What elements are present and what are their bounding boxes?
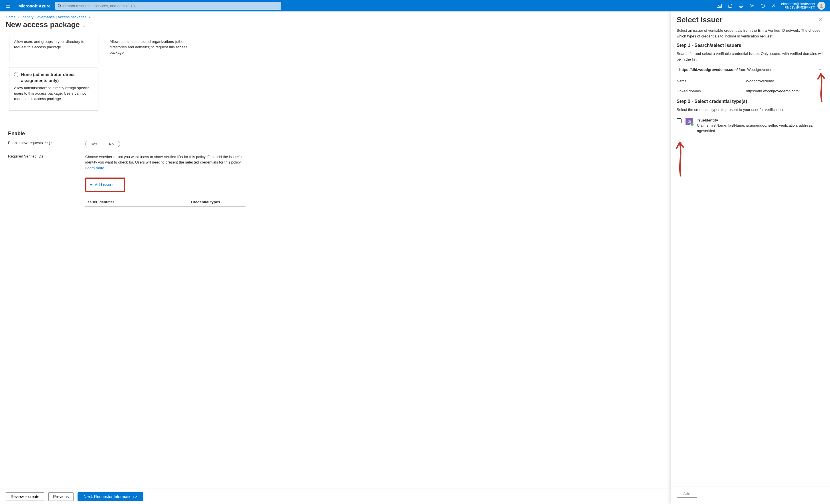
required-verified-ids-description: Choose whether or not you want users to … bbox=[85, 154, 246, 171]
credential-title: TrueIdentity bbox=[697, 118, 824, 123]
add-issuer-label: Add issuer bbox=[95, 182, 114, 187]
hamburger-icon bbox=[6, 4, 10, 8]
previous-button[interactable]: Previous bbox=[49, 492, 73, 501]
feedback-icon[interactable] bbox=[768, 0, 779, 11]
account-menu[interactable]: elmadmin@fimdev.net FIMDEV (FIMDEV.NET) bbox=[779, 2, 828, 10]
linked-domain-value: https://did.woodgrovedemo.com/ bbox=[746, 89, 824, 93]
col-credential-types: Credential types bbox=[191, 200, 246, 204]
step2-desc: Select the credential types to present t… bbox=[677, 107, 824, 113]
info-icon[interactable]: i bbox=[47, 141, 52, 145]
search-icon bbox=[58, 4, 62, 8]
option-card-connected-orgs[interactable]: Allow users in connected organizations (… bbox=[105, 35, 194, 62]
credential-icon bbox=[685, 118, 693, 125]
svg-point-5 bbox=[821, 4, 823, 6]
issuer-dropdown[interactable]: https://did.woodgrovedemo.com/ from Wood… bbox=[677, 66, 824, 73]
issuer-name-value: Woodgrovedemo bbox=[746, 79, 824, 83]
chevron-right-icon: › bbox=[89, 15, 90, 19]
toggle-yes[interactable]: Yes bbox=[86, 141, 103, 147]
search-input[interactable] bbox=[63, 4, 279, 8]
svg-point-4 bbox=[773, 4, 774, 6]
topbar-icons bbox=[714, 0, 779, 11]
close-icon[interactable] bbox=[817, 15, 824, 23]
svg-rect-1 bbox=[717, 4, 722, 8]
account-email: elmadmin@fimdev.net bbox=[781, 2, 815, 6]
learn-more-link[interactable]: Learn more bbox=[85, 166, 104, 170]
option-card-directory-users[interactable]: Allow users and groups in your directory… bbox=[9, 35, 98, 62]
option-card-none-admin[interactable]: None (administrator direct assignments o… bbox=[9, 67, 98, 111]
more-actions-icon[interactable]: ··· bbox=[83, 22, 87, 28]
svg-point-0 bbox=[58, 4, 61, 7]
dropdown-rest: from Woodgrovedemo bbox=[738, 67, 775, 72]
directories-icon[interactable] bbox=[725, 0, 735, 11]
plus-icon: + bbox=[90, 182, 92, 187]
brand-label[interactable]: Microsoft Azure bbox=[14, 3, 55, 8]
flyout-title: Select issuer bbox=[677, 15, 723, 24]
add-issuer-button[interactable]: + Add issuer bbox=[87, 179, 124, 191]
account-tenant: FIMDEV (FIMDEV.NET) bbox=[781, 6, 815, 9]
required-verified-ids-label: Required Verified IDs bbox=[8, 154, 77, 158]
step2-heading: Step 2 - Select credential type(s) bbox=[677, 99, 824, 104]
required-star: * bbox=[44, 141, 46, 145]
azure-topbar: Microsoft Azure elmadmin@fimdev.net FIM bbox=[0, 0, 830, 11]
chevron-down-icon bbox=[818, 69, 822, 71]
flyout-add-button[interactable]: Add bbox=[677, 490, 697, 498]
toggle-no[interactable]: No bbox=[103, 141, 120, 147]
select-issuer-flyout: Select issuer Select an issuer of verifi… bbox=[671, 11, 830, 504]
option-card-body: Allow users in connected organizations (… bbox=[109, 39, 187, 55]
settings-icon[interactable] bbox=[747, 0, 757, 11]
svg-point-7 bbox=[688, 121, 689, 122]
chevron-right-icon: › bbox=[18, 15, 19, 19]
enable-new-requests-label: Enable new requests * i bbox=[8, 141, 77, 145]
radio-icon[interactable] bbox=[14, 72, 18, 77]
global-search[interactable] bbox=[55, 2, 281, 10]
col-issuer-identifier: Issuer identifier bbox=[85, 200, 191, 204]
annotation-arrow bbox=[673, 140, 687, 177]
linked-domain-label: Linked domain bbox=[677, 89, 746, 93]
account-text: elmadmin@fimdev.net FIMDEV (FIMDEV.NET) bbox=[781, 2, 815, 9]
avatar bbox=[818, 2, 825, 10]
notifications-icon[interactable] bbox=[736, 0, 746, 11]
svg-rect-6 bbox=[688, 120, 691, 123]
step1-desc: Search for and select a verifiable crede… bbox=[677, 51, 824, 62]
svg-point-2 bbox=[751, 5, 753, 7]
review-create-button[interactable]: Review + create bbox=[6, 492, 44, 501]
person-icon bbox=[819, 3, 824, 8]
enable-toggle[interactable]: Yes No bbox=[85, 141, 120, 147]
flyout-intro: Select an issuer of verifiable credentia… bbox=[677, 28, 824, 39]
step1-heading: Step 1 - Search/select issuers bbox=[677, 43, 824, 48]
help-icon[interactable] bbox=[758, 0, 768, 11]
annotation-arrow bbox=[815, 71, 829, 103]
next-button[interactable]: Next: Requestor Information > bbox=[77, 492, 143, 501]
issuer-name-label: Name bbox=[677, 79, 746, 83]
page-title: New access package bbox=[6, 20, 80, 29]
option-card-title: None (administrator direct assignments o… bbox=[21, 71, 94, 84]
credential-checkbox[interactable] bbox=[677, 119, 681, 123]
annotation-highlight: + Add issuer bbox=[85, 177, 125, 192]
search-wrap bbox=[55, 2, 281, 10]
credential-claims: Claims: firstName, lastName, scanneddoc,… bbox=[697, 123, 824, 134]
cloud-shell-icon[interactable] bbox=[714, 0, 725, 11]
menu-toggle[interactable] bbox=[2, 4, 14, 8]
option-card-body: Allow administrators to directly assign … bbox=[14, 86, 90, 101]
option-card-body: Allow users and groups in your directory… bbox=[14, 39, 85, 49]
issuer-table: Issuer identifier Credential types bbox=[85, 200, 246, 207]
dropdown-bold: https://did.woodgrovedemo.com/ bbox=[679, 67, 738, 72]
breadcrumb-identity-governance[interactable]: Identity Governance | Access packages bbox=[22, 15, 87, 19]
breadcrumb-home[interactable]: Home bbox=[6, 15, 16, 19]
credential-item: TrueIdentity Claims: firstName, lastName… bbox=[677, 118, 824, 134]
